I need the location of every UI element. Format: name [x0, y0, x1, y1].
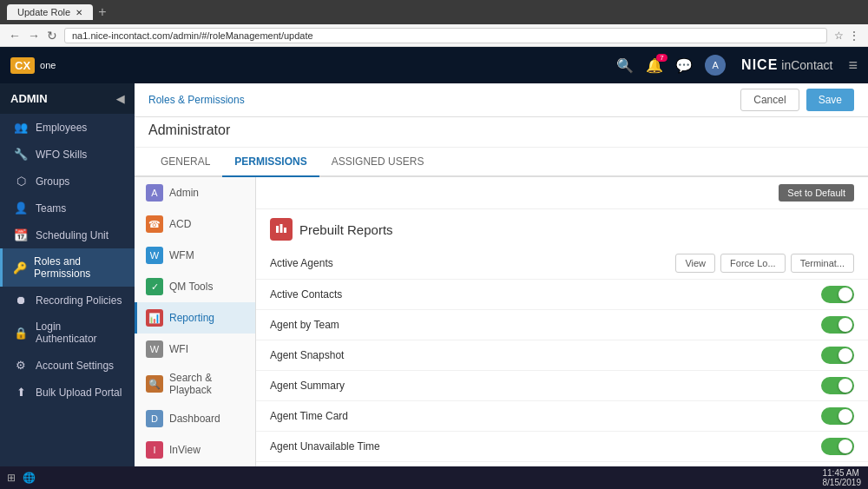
- recording-icon: ⏺: [13, 294, 29, 307]
- dashboard-icon: D: [146, 410, 163, 427]
- teams-icon: 👤: [13, 202, 29, 215]
- save-button[interactable]: Save: [806, 89, 854, 111]
- active-agents-view-button[interactable]: View: [675, 254, 715, 273]
- wfm-icon: W: [146, 247, 163, 264]
- perm-nav-wfm[interactable]: W WFM: [135, 240, 255, 271]
- perm-row-active-agents: Active Agents View Force Lo... Terminat.…: [256, 248, 868, 280]
- nice-logo: NICE inContact: [741, 57, 832, 73]
- agent-time-card-toggle[interactable]: [821, 407, 854, 425]
- perm-actions-active-agents: View Force Lo... Terminat...: [675, 254, 854, 273]
- toggle-thumb: [838, 439, 852, 453]
- perm-nav-label-acd: ACD: [169, 218, 191, 230]
- browser-chrome: Update Role ✕ +: [0, 0, 868, 24]
- chat-icon[interactable]: 💬: [675, 57, 693, 74]
- permissions-content: A Admin ☎ ACD W WFM ✓ QM Tools 📊 Repo: [135, 177, 868, 489]
- svg-rect-2: [284, 228, 286, 233]
- sidebar-label-roles: Roles and Permissions: [34, 255, 124, 280]
- search-icon[interactable]: 🔍: [616, 57, 634, 74]
- toggle-thumb: [838, 409, 852, 423]
- hamburger-menu[interactable]: ≡: [848, 56, 858, 75]
- sidebar-collapse-button[interactable]: ◀: [116, 93, 124, 105]
- cancel-button[interactable]: Cancel: [740, 89, 799, 111]
- perm-nav-inview[interactable]: I InView: [135, 434, 255, 466]
- perm-nav-acd[interactable]: ☎ ACD: [135, 208, 255, 240]
- sidebar-label-login: Login Authenticator: [36, 320, 124, 345]
- sidebar-label-groups: Groups: [36, 175, 69, 188]
- sidebar-item-recording-policies[interactable]: ⏺ Recording Policies: [0, 287, 135, 314]
- sidebar-item-teams[interactable]: 👤 Teams: [0, 195, 135, 221]
- logo[interactable]: CX one: [10, 57, 56, 74]
- tab-permissions[interactable]: PERMISSIONS: [222, 148, 319, 177]
- perm-actions-active-contacts: [821, 286, 854, 303]
- perm-nav-admin[interactable]: A Admin: [135, 177, 255, 208]
- refresh-button[interactable]: ↻: [47, 29, 57, 43]
- sidebar-item-bulk-upload[interactable]: ⬆ Bulk Upload Portal: [0, 379, 135, 406]
- bookmark-icon[interactable]: ☆: [834, 30, 844, 42]
- browser-tab-active[interactable]: Update Role ✕: [7, 4, 93, 20]
- notification-icon[interactable]: 🔔 7: [646, 57, 663, 74]
- perm-nav-dashboard[interactable]: D Dashboard: [135, 403, 255, 434]
- tab-assigned-users[interactable]: ASSIGNED USERS: [319, 148, 437, 177]
- sidebar-item-account-settings[interactable]: ⚙ Account Settings: [0, 352, 135, 379]
- new-tab-button[interactable]: +: [98, 4, 106, 20]
- user-avatar[interactable]: A: [705, 55, 726, 76]
- tabs-bar: GENERAL PERMISSIONS ASSIGNED USERS: [135, 148, 868, 177]
- section-icon: [270, 218, 293, 241]
- login-icon: 🔒: [13, 327, 29, 340]
- sidebar-label-teams: Teams: [36, 202, 66, 215]
- windows-icon[interactable]: ⊞: [7, 472, 16, 484]
- toggle-track: [821, 438, 854, 455]
- sidebar-item-login-auth[interactable]: 🔒 Login Authenticator: [0, 314, 135, 352]
- sidebar-header: ADMIN ◀: [0, 83, 135, 114]
- url-input[interactable]: na1.nice-incontact.com/admin/#/roleManag…: [64, 28, 827, 43]
- active-agents-force-button[interactable]: Force Lo...: [720, 254, 786, 273]
- logo-text: one: [40, 60, 56, 70]
- menu-icon[interactable]: ⋮: [849, 30, 859, 42]
- employees-icon: 👥: [13, 121, 29, 134]
- taskbar-time: 11:45 AM 8/15/2019: [823, 468, 862, 487]
- toggle-thumb: [838, 379, 852, 393]
- cx-logo: CX: [10, 57, 35, 74]
- sidebar: ADMIN ◀ 👥 Employees 🔧 WFO Skills ⬡ Group…: [0, 83, 135, 489]
- perm-nav: A Admin ☎ ACD W WFM ✓ QM Tools 📊 Repo: [135, 177, 256, 489]
- sidebar-item-employees[interactable]: 👥 Employees: [0, 114, 135, 141]
- agent-snapshot-toggle[interactable]: [821, 347, 854, 364]
- taskbar-app-icon[interactable]: 🌐: [23, 472, 36, 484]
- agent-unavailable-toggle[interactable]: [821, 438, 854, 455]
- toggle-track: [821, 377, 854, 394]
- svg-rect-0: [276, 226, 279, 233]
- app-header: CX one 🔍 🔔 7 💬 A NICE inContact ≡: [0, 47, 868, 83]
- perm-row-agent-by-team: Agent by Team: [256, 310, 868, 340]
- nice-text: NICE: [741, 57, 778, 73]
- back-button[interactable]: ←: [9, 29, 21, 43]
- taskbar: ⊞ 🌐 11:45 AM 8/15/2019: [0, 466, 868, 489]
- address-bar: ← → ↻ na1.nice-incontact.com/admin/#/rol…: [0, 24, 868, 47]
- perm-nav-reporting[interactable]: 📊 Reporting: [135, 302, 255, 334]
- forward-button[interactable]: →: [28, 29, 40, 43]
- search-playback-icon: 🔍: [146, 375, 163, 393]
- active-contacts-toggle[interactable]: [821, 286, 854, 303]
- perm-panel: Set to Default Prebuilt Reports Active A: [256, 177, 868, 489]
- sidebar-item-wfo-skills[interactable]: 🔧 WFO Skills: [0, 141, 135, 168]
- scheduling-icon: 📆: [13, 228, 29, 241]
- perm-nav-label-wfi: WFI: [169, 343, 188, 355]
- tab-close-button[interactable]: ✕: [76, 8, 82, 17]
- tab-general[interactable]: GENERAL: [148, 148, 222, 177]
- perm-nav-search-playback[interactable]: 🔍 Search & Playback: [135, 365, 255, 403]
- perm-nav-wfi[interactable]: W WFI: [135, 334, 255, 365]
- sidebar-item-groups[interactable]: ⬡ Groups: [0, 168, 135, 195]
- sidebar-item-scheduling-unit[interactable]: 📆 Scheduling Unit: [0, 221, 135, 248]
- toggle-track: [821, 407, 854, 425]
- sidebar-item-roles-permissions[interactable]: 🔑 Roles and Permissions: [0, 248, 135, 287]
- breadcrumb[interactable]: Roles & Permissions: [148, 94, 245, 106]
- page-header: Roles & Permissions Cancel Save: [135, 83, 868, 117]
- set-to-default-button[interactable]: Set to Default: [779, 184, 854, 202]
- perm-nav-label-qm: QM Tools: [169, 281, 213, 293]
- active-agents-terminate-button[interactable]: Terminat...: [791, 254, 854, 273]
- perm-label-agent-unavailable: Agent Unavailable Time: [270, 440, 812, 453]
- agent-summary-toggle[interactable]: [821, 377, 854, 394]
- perm-nav-qm-tools[interactable]: ✓ QM Tools: [135, 271, 255, 302]
- agent-by-team-toggle[interactable]: [821, 316, 854, 334]
- content-area: Roles & Permissions Cancel Save Administ…: [135, 83, 868, 489]
- perm-actions-agent-snapshot: [821, 347, 854, 364]
